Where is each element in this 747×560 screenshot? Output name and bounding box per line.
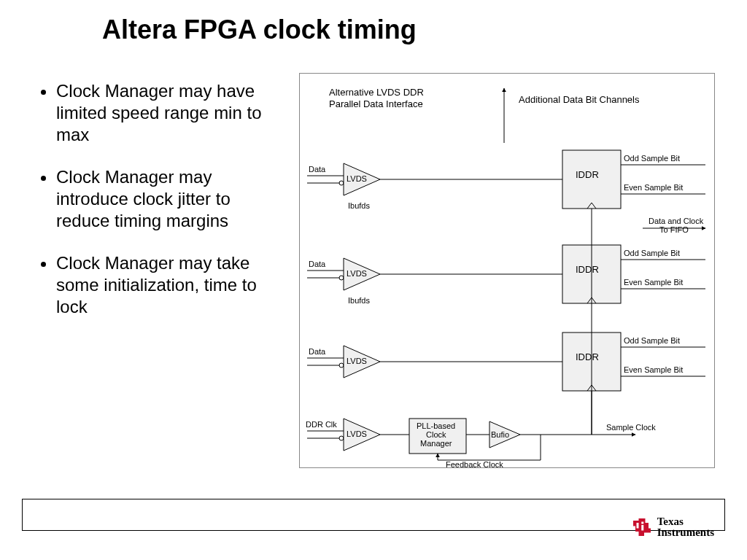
ibufds-label: Ibufds	[348, 201, 370, 210]
sample-clock-label: Sample Clock	[606, 423, 656, 432]
svg-rect-32	[641, 525, 643, 531]
pll-label-1: PLL-based	[417, 421, 455, 430]
svg-point-9	[339, 276, 344, 280]
diagram-header-right: Additional Data Bit Channels	[519, 94, 640, 105]
data-channel-2: Data LVDS Ibufds IDDR Odd Sample Bit Eve…	[307, 245, 705, 305]
ibufds-label: Ibufds	[348, 296, 370, 305]
bullet-item: Clock Manager may take some initializati…	[56, 252, 274, 318]
diagram-header-left-2: Parallel Data Interface	[329, 98, 423, 109]
bullet-item: Clock Manager may have limited speed ran…	[56, 80, 274, 146]
svg-point-2	[339, 181, 344, 185]
lvds-label: LVDS	[347, 429, 367, 438]
svg-point-21	[339, 436, 344, 440]
iddr-label: IDDR	[576, 351, 599, 362]
data-input-label: Data	[309, 347, 326, 356]
fifo-label-1: Data and Clock	[649, 217, 704, 225]
lvds-label: LVDS	[347, 269, 367, 278]
lvds-label: LVDS	[347, 357, 367, 365]
even-bit-label: Even Sample Bit	[624, 278, 683, 287]
odd-bit-label: Odd Sample Bit	[624, 154, 680, 163]
bullet-list: Clock Manager may have limited speed ran…	[40, 80, 274, 338]
lvds-label: LVDS	[347, 174, 367, 183]
svg-point-15	[339, 363, 344, 368]
ti-logo: Texas Instruments	[631, 516, 714, 538]
block-diagram: Alternative LVDS DDR Parallel Data Inter…	[299, 73, 715, 468]
diagram-header-left: Alternative LVDS DDR	[329, 87, 424, 98]
data-input-label: Data	[309, 165, 326, 174]
pll-label-2: Clock	[426, 430, 446, 439]
clock-channel: DDR Clk LVDS PLL-based Clock Manager Buf…	[306, 391, 656, 467]
slide-title: Altera FPGA clock timing	[102, 15, 417, 45]
ddr-clk-label: DDR Clk	[306, 420, 337, 429]
svg-rect-30	[636, 523, 638, 529]
data-channel-3: Data LVDS IDDR Odd Sample Bit Even Sampl…	[307, 332, 705, 391]
footer-bar	[22, 499, 725, 531]
bufio-label: Bufio	[491, 430, 509, 439]
even-bit-label: Even Sample Bit	[624, 365, 683, 374]
iddr-label: IDDR	[576, 169, 599, 180]
ti-chip-icon	[631, 517, 653, 537]
iddr-label: IDDR	[576, 264, 599, 275]
fifo-label-2: To FIFO	[659, 225, 689, 234]
logo-text-1: Texas	[657, 516, 714, 527]
svg-rect-31	[641, 522, 643, 524]
odd-bit-label: Odd Sample Bit	[624, 336, 680, 345]
bullet-item: Clock Manager may introduce clock jitter…	[56, 166, 274, 232]
feedback-label: Feedback Clock	[446, 460, 503, 467]
data-channel-1: Data LVDS Ibufds IDDR Odd Sample Bit Eve…	[307, 150, 705, 210]
pll-label-3: Manager	[420, 439, 452, 448]
even-bit-label: Even Sample Bit	[624, 183, 683, 192]
logo-text-2: Instruments	[657, 527, 714, 538]
odd-bit-label: Odd Sample Bit	[624, 249, 680, 257]
data-input-label: Data	[309, 260, 326, 268]
